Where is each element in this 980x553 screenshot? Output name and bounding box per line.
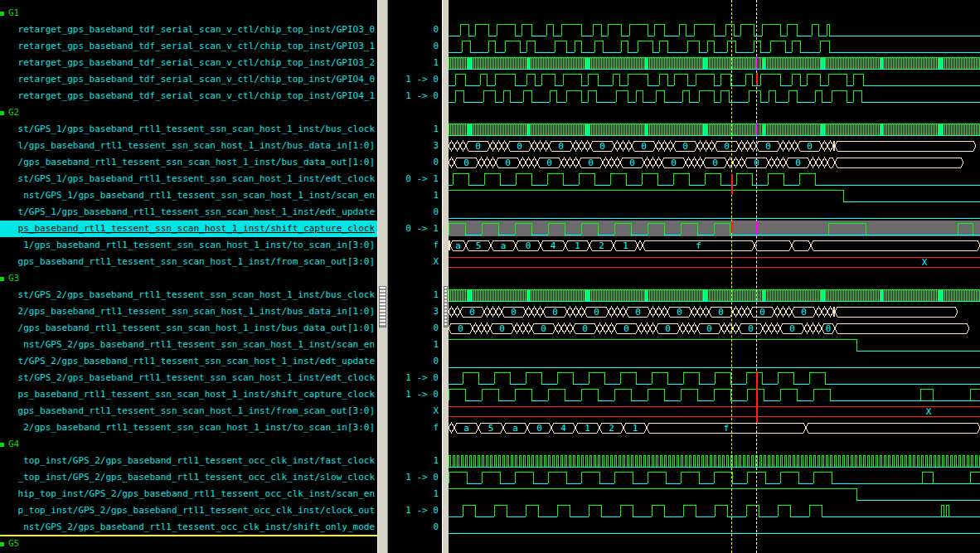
group-row[interactable]: G1 — [0, 5, 377, 22]
signal-name-row[interactable]: retarget_gps_baseband_tdf_serial_scan_v_… — [0, 38, 377, 55]
waveform-row[interactable]: 000000000 — [449, 138, 980, 154]
signal-name-row[interactable]: /gps_baseband_rtl1_tessent_ssn_scan_host… — [0, 320, 377, 337]
signal-name-row[interactable]: t/GPS_2/gps_baseband_rtl1_tessent_ssn_sc… — [0, 353, 377, 370]
waveform-row[interactable] — [449, 171, 980, 187]
waveform-row[interactable]: 0000000000 — [449, 320, 980, 337]
signal-name-row[interactable]: t/GPS_1/gps_baseband_rtl1_tessent_ssn_sc… — [0, 204, 377, 221]
group-row[interactable]: G5 — [0, 536, 377, 552]
waveform-row[interactable] — [449, 55, 980, 71]
value-row: 1 -> 0 — [388, 386, 442, 403]
signal-value: 0 — [433, 22, 439, 38]
signal-name: retarget_gps_baseband_tdf_serial_scan_v_… — [18, 22, 375, 38]
waveform-row[interactable] — [449, 519, 980, 536]
signal-name-row[interactable]: ps_baseband_rtl1_tessent_ssn_scan_host_1… — [0, 221, 377, 237]
waveform-row[interactable] — [449, 453, 980, 469]
signal-name-row[interactable]: ps_baseband_rtl1_tessent_ssn_scan_host_1… — [0, 386, 377, 403]
waveform-row[interactable] — [449, 187, 980, 204]
signal-name-row[interactable]: retarget_gps_baseband_tdf_serial_scan_v_… — [0, 55, 377, 71]
waves-vertical-scrollbar[interactable] — [442, 0, 449, 553]
group-row[interactable]: G2 — [0, 104, 377, 121]
waveform-row[interactable] — [449, 486, 980, 502]
signal-name-row[interactable]: nst/GPS_1/gps_baseband_rtl1_tessent_ssn_… — [0, 187, 377, 204]
scrollbar-thumb[interactable] — [379, 286, 386, 327]
svg-text:0: 0 — [807, 141, 813, 152]
group-row[interactable]: G4 — [0, 436, 377, 453]
waveform-row[interactable] — [449, 386, 980, 403]
svg-text:0: 0 — [724, 141, 730, 152]
waveform-panel[interactable]: 000000000000000000a5a04121fX000000000000… — [449, 0, 980, 553]
value-row — [388, 104, 442, 121]
signal-name-row[interactable]: hip_top_inst/GPS_2/gps_baseband_rtl1_tes… — [0, 486, 377, 502]
names-vertical-scrollbar[interactable] — [377, 0, 388, 553]
waveform-row[interactable]: a5a04121f — [449, 237, 980, 254]
group-expand-icon[interactable] — [0, 443, 4, 447]
value-row — [388, 536, 442, 552]
group-row[interactable]: G3 — [0, 270, 377, 287]
group-expand-icon[interactable] — [0, 277, 4, 281]
waveform-row[interactable] — [449, 287, 980, 303]
signal-value: 3 — [433, 303, 439, 320]
signal-name-row[interactable]: 2/gps_baseband_rtl1_tessent_ssn_scan_hos… — [0, 420, 377, 436]
signal-name: p_top_inst/GPS_2/gps_baseband_rtl1_tesse… — [18, 502, 375, 519]
value-row: 1 -> 0 — [388, 502, 442, 519]
signal-name-row[interactable]: retarget_gps_baseband_tdf_serial_scan_v_… — [0, 71, 377, 88]
waveform-row[interactable] — [449, 469, 980, 486]
cursor-yellow[interactable] — [731, 0, 732, 553]
waveform-row[interactable] — [449, 121, 980, 138]
value-row: X — [388, 254, 442, 270]
group-expand-icon[interactable] — [0, 542, 4, 546]
signal-name-row[interactable]: retarget_gps_baseband_tdf_serial_scan_v_… — [0, 88, 377, 104]
svg-text:0: 0 — [641, 141, 647, 152]
signal-name-row[interactable]: 1/gps_baseband_rtl1_tessent_ssn_scan_hos… — [0, 237, 377, 254]
waveform-row[interactable] — [449, 88, 980, 104]
signal-name-row[interactable]: nst/GPS_2/gps_baseband_rtl1_tessent_occ_… — [0, 519, 377, 536]
signal-name-row[interactable]: 2/gps_baseband_rtl1_tessent_ssn_scan_hos… — [0, 303, 377, 320]
waveform-row[interactable] — [449, 38, 980, 55]
waveform-row[interactable]: 000000000 — [449, 154, 980, 171]
svg-text:0: 0 — [475, 141, 481, 152]
svg-text:a: a — [501, 240, 507, 251]
signal-name-row[interactable]: gps_baseband_rtl1_tessent_ssn_scan_host_… — [0, 403, 377, 420]
signal-name-row[interactable]: st/GPS_2/gps_baseband_rtl1_tessent_ssn_s… — [0, 370, 377, 386]
signal-name-row[interactable]: nst/GPS_2/gps_baseband_rtl1_tessent_ssn_… — [0, 337, 377, 353]
signal-names-panel[interactable]: G1retarget_gps_baseband_tdf_serial_scan_… — [0, 0, 377, 553]
signal-value: 1 — [433, 337, 439, 353]
waveform-row[interactable] — [449, 337, 980, 353]
group-expand-icon[interactable] — [0, 111, 4, 115]
value-row: 3 — [388, 303, 442, 320]
waveform-row[interactable] — [449, 370, 980, 386]
signal-name-row[interactable]: top_inst/GPS_2/gps_baseband_rtl1_tessent… — [0, 453, 377, 469]
signal-name-row[interactable]: st/GPS_2/gps_baseband_rtl1_tessent_ssn_s… — [0, 287, 377, 303]
signal-name-row[interactable]: gps_baseband_rtl1_tessent_ssn_scan_host_… — [0, 254, 377, 270]
waveform-row[interactable]: 000000000 — [449, 303, 980, 320]
signal-name-row[interactable]: _top_inst/GPS_2/gps_baseband_rtl1_tessen… — [0, 469, 377, 486]
value-row: 1 — [388, 187, 442, 204]
waveform-row[interactable]: a5a04121f — [449, 420, 980, 436]
signal-name-row[interactable]: st/GPS_1/gps_baseband_rtl1_tessent_ssn_s… — [0, 121, 377, 138]
signal-name-row[interactable]: retarget_gps_baseband_tdf_serial_scan_v_… — [0, 22, 377, 38]
waveform-row[interactable] — [449, 221, 980, 237]
waveform-row[interactable]: X — [449, 254, 980, 270]
value-row — [388, 436, 442, 453]
signal-name-row[interactable]: /gps_baseband_rtl1_tessent_ssn_scan_host… — [0, 154, 377, 171]
group-expand-icon[interactable] — [0, 12, 4, 16]
scrollbar-thumb[interactable] — [444, 286, 448, 327]
svg-text:0: 0 — [558, 141, 564, 152]
signal-value: 1 -> 0 — [405, 71, 439, 88]
waveform-row[interactable] — [449, 502, 980, 519]
waveform-row[interactable] — [449, 204, 980, 221]
cursor-accent — [756, 221, 758, 235]
waveform-row[interactable]: X — [449, 403, 980, 420]
waveform-row[interactable] — [449, 71, 980, 88]
waveform-row[interactable] — [449, 353, 980, 370]
signal-name-row[interactable]: l/gps_baseband_rtl1_tessent_ssn_scan_hos… — [0, 138, 377, 154]
signal-name: st/GPS_1/gps_baseband_rtl1_tessent_ssn_s… — [18, 121, 375, 138]
cursor-accent — [756, 371, 758, 423]
signal-name-row[interactable]: p_top_inst/GPS_2/gps_baseband_rtl1_tesse… — [0, 502, 377, 519]
waveform-row[interactable] — [449, 22, 980, 38]
signal-name-row[interactable]: st/GPS_1/gps_baseband_rtl1_tessent_ssn_s… — [0, 171, 377, 187]
svg-text:0: 0 — [469, 307, 475, 318]
signal-value: 1 — [433, 453, 439, 469]
group-label: G2 — [8, 104, 19, 121]
svg-text:X: X — [922, 257, 928, 268]
